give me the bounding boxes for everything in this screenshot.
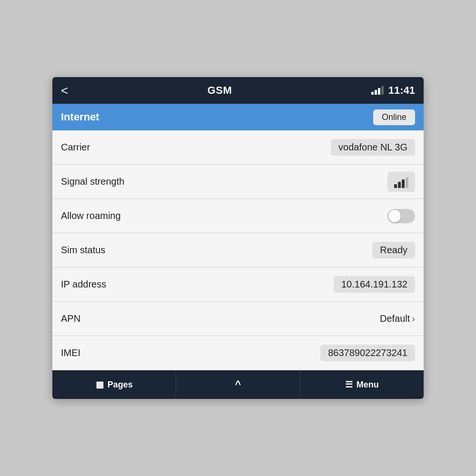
back-button[interactable]: <: [61, 83, 68, 98]
internet-row: Internet Online: [52, 104, 424, 130]
carrier-label: Carrier: [61, 142, 90, 153]
clock: 11:41: [388, 84, 415, 97]
menu-label: Menu: [357, 380, 379, 390]
device-frame: < GSM 11:41 Internet Online Carrier voda…: [52, 77, 424, 399]
allow-roaming-label: Allow roaming: [61, 210, 121, 221]
signal-strength-row: Signal strength: [52, 165, 424, 199]
signal-strength-value-icon: [387, 172, 415, 192]
ip-address-value: 10.164.191.132: [334, 276, 415, 293]
apn-row[interactable]: APN Default ›: [52, 302, 424, 336]
menu-button[interactable]: ☰ Menu: [300, 370, 424, 399]
imei-label: IMEI: [61, 347, 80, 358]
carrier-value: vodafone NL 3G: [331, 139, 415, 156]
sim-status-label: Sim status: [61, 245, 105, 256]
header-right: 11:41: [371, 84, 415, 97]
signal-strength-icon: [371, 86, 384, 95]
pages-label: Pages: [108, 380, 133, 390]
pages-chart-icon: ▩: [96, 379, 104, 390]
menu-hamburger-icon: ☰: [345, 379, 353, 390]
internet-label: Internet: [61, 111, 99, 123]
ip-address-row: IP address 10.164.191.132: [52, 268, 424, 302]
ip-address-label: IP address: [61, 279, 106, 290]
apn-value: Default ›: [380, 313, 415, 324]
chevron-right-icon: ›: [412, 313, 415, 324]
roaming-toggle[interactable]: [387, 209, 415, 223]
online-status-badge: Online: [373, 109, 415, 125]
carrier-row: Carrier vodafone NL 3G: [52, 130, 424, 165]
imei-value: 863789022273241: [320, 345, 415, 361]
imei-row: IMEI 863789022273241: [52, 336, 424, 370]
up-button[interactable]: ^: [176, 370, 300, 399]
pages-button[interactable]: ▩ Pages: [52, 370, 176, 399]
signal-strength-label: Signal strength: [61, 176, 124, 187]
up-arrow-icon: ^: [235, 378, 241, 391]
sim-status-value: Ready: [372, 242, 415, 258]
page-title: GSM: [208, 84, 232, 97]
sim-status-row: Sim status Ready: [52, 233, 424, 268]
apn-label: APN: [61, 313, 80, 324]
header-bar: < GSM 11:41: [52, 77, 424, 104]
bottom-bar: ▩ Pages ^ ☰ Menu: [52, 370, 424, 399]
allow-roaming-row: Allow roaming: [52, 199, 424, 233]
